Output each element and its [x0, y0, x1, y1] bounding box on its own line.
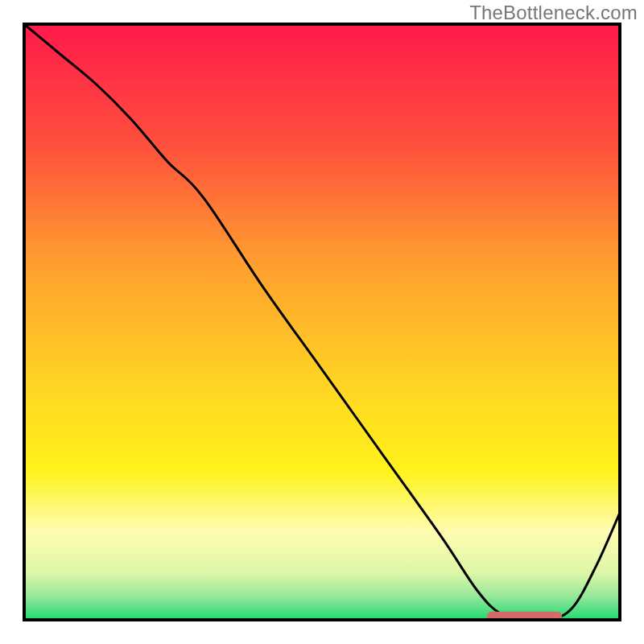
- watermark-text: TheBottleneck.com: [469, 2, 638, 24]
- chart-svg: [0, 0, 644, 644]
- chart-container: TheBottleneck.com: [0, 0, 644, 644]
- plot-background: [24, 24, 620, 620]
